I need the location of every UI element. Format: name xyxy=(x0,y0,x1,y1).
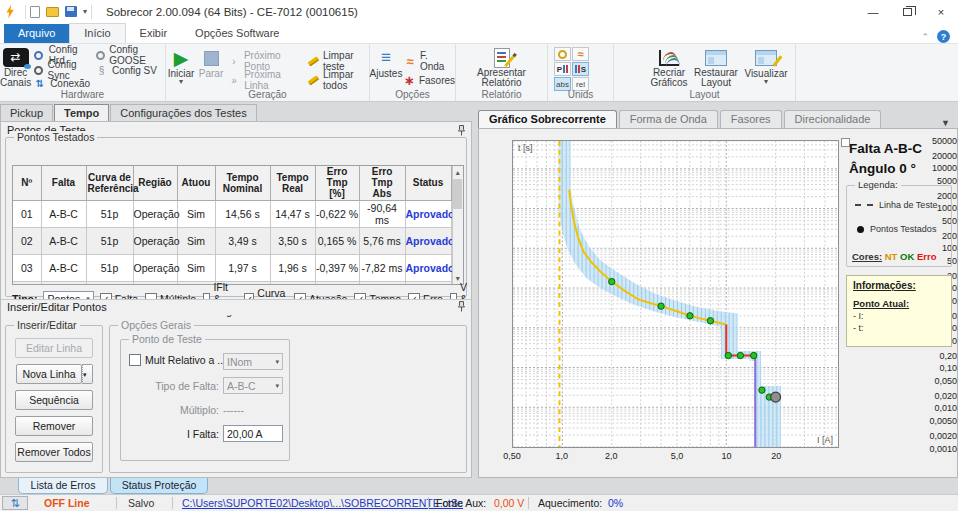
visualizar-button[interactable]: Visualizar▾ xyxy=(741,46,791,88)
column-header[interactable]: Status xyxy=(405,166,451,200)
table-cell[interactable]: Sim xyxy=(177,254,215,281)
chart-tabs-menu-icon[interactable]: ▼ xyxy=(941,118,958,128)
new-file-icon[interactable] xyxy=(30,6,40,18)
table-cell[interactable]: A-B-C xyxy=(41,227,86,254)
nova-linha-dropdown-icon[interactable]: ▾ xyxy=(82,364,93,384)
table-cell[interactable]: 02 xyxy=(13,227,41,254)
sync-button[interactable]: ⇅ xyxy=(2,496,28,510)
column-header[interactable]: Falta xyxy=(41,166,86,200)
table-row[interactable]: 01A-B-C51pOperaçãoSim14,56 s14,47 s-0,62… xyxy=(13,200,451,227)
forma-onda-button[interactable]: ≈F. Onda xyxy=(402,54,454,68)
table-cell[interactable]: -90,64 ms xyxy=(359,200,405,227)
tab-arquivo[interactable]: Arquivo xyxy=(4,24,69,43)
table-cell[interactable]: A-B-C xyxy=(41,281,86,285)
table-cell[interactable]: Operação xyxy=(133,200,177,227)
column-header[interactable]: Atuou xyxy=(177,166,215,200)
recriar-graficos-button[interactable]: Recriar Gráficos xyxy=(647,46,691,88)
remover-todos-button[interactable]: Remover Todos xyxy=(15,442,93,462)
proximo-ponto-button[interactable]: ›Próximo Ponto xyxy=(226,54,306,68)
table-cell[interactable]: -7,82 ms xyxy=(359,254,405,281)
tab-exibir[interactable]: Exibir xyxy=(126,24,182,43)
table-cell[interactable]: 14,56 s xyxy=(215,200,270,227)
mult-relativo-select[interactable]: INom▾ xyxy=(223,353,283,370)
table-cell[interactable]: Sim xyxy=(177,227,215,254)
table-cell[interactable]: 14,47 s xyxy=(270,200,315,227)
close-button[interactable]: × xyxy=(924,1,958,23)
config-sv-button[interactable]: §Config SV xyxy=(93,63,165,77)
proxima-linha-button[interactable]: »Próxima Linha xyxy=(226,73,306,87)
remover-button[interactable]: Remover xyxy=(15,416,93,436)
table-row[interactable]: 02A-B-C51pOperaçãoSim3,49 s3,50 s0,165 %… xyxy=(13,227,451,254)
table-row[interactable]: 03A-B-C51pOperaçãoSim1,97 s1,96 s-0,397 … xyxy=(13,254,451,281)
tab-fasores[interactable]: Fasores xyxy=(720,110,782,128)
table-cell[interactable]: 51p xyxy=(86,227,133,254)
tab-lista-erros[interactable]: Lista de Erros xyxy=(18,478,108,494)
collapse-ribbon-icon[interactable]: ⌃ xyxy=(921,32,929,42)
sequ-ncia-button[interactable]: Sequência xyxy=(15,390,93,410)
table-cell[interactable]: Operação xyxy=(133,254,177,281)
scroll-thumb[interactable] xyxy=(453,179,462,209)
tab-pickup[interactable]: Pickup xyxy=(0,104,53,121)
unids-s-button[interactable]: S xyxy=(572,62,589,76)
qat-dropdown-icon[interactable]: ▾ xyxy=(83,7,87,16)
tab-grafico-sobrecorrente[interactable]: Gráfico Sobrecorrente xyxy=(478,110,617,128)
tab-opcoes-software[interactable]: Opções Software xyxy=(181,24,293,43)
table-cell[interactable]: 0,165 % xyxy=(315,227,359,254)
tab-forma-de-onda[interactable]: Forma de Onda xyxy=(619,110,718,128)
column-header[interactable]: Tempo Real xyxy=(270,166,315,200)
ajustes-button[interactable]: ≡ Ajustes xyxy=(370,46,402,88)
ifalta-input[interactable]: 20,00 A xyxy=(223,425,283,442)
apresentar-relatorio-button[interactable]: Apresentar Relatório xyxy=(470,46,534,88)
open-file-icon[interactable] xyxy=(46,7,59,17)
minimize-button[interactable]: — xyxy=(856,1,890,23)
limpar-todos-button[interactable]: Limpar todos xyxy=(306,73,368,87)
tab-tempo[interactable]: Tempo xyxy=(54,104,109,121)
column-header[interactable]: Região xyxy=(133,166,177,200)
table-cell[interactable]: 04 xyxy=(13,281,41,285)
parar-button[interactable]: Parar xyxy=(196,46,226,88)
mult-relativo-checkbox[interactable] xyxy=(129,354,141,366)
config-sync-button[interactable]: Config Sync xyxy=(31,63,93,77)
iniciar-button[interactable]: ▶ Iniciar▾ xyxy=(166,46,196,88)
dock-pin-icon[interactable] xyxy=(457,125,466,136)
status-badge[interactable]: Aprovado xyxy=(405,227,451,254)
table-cell[interactable]: Operação xyxy=(133,227,177,254)
table-cell[interactable]: 01 xyxy=(13,200,41,227)
tab-inicio[interactable]: Início xyxy=(69,23,125,43)
unids-wave-button[interactable]: ≈ xyxy=(572,47,589,61)
limpar-teste-button[interactable]: Limpar teste xyxy=(306,54,368,68)
file-path-link[interactable]: C:\Users\SUPORTE02\Desktop\...\SOBRECORR… xyxy=(182,496,463,510)
help-icon[interactable]: ? xyxy=(937,30,950,43)
column-header[interactable]: Erro Tmp [%] xyxy=(315,166,359,200)
table-cell[interactable]: 51p xyxy=(86,254,133,281)
column-header[interactable]: Nº xyxy=(13,166,41,200)
status-badge[interactable]: Aprovado xyxy=(405,200,451,227)
nova-linha-button[interactable]: Nova Linha xyxy=(16,364,82,384)
table-cell[interactable]: A-B-C xyxy=(41,254,86,281)
save-file-icon[interactable] xyxy=(65,6,77,17)
table-cell[interactable]: 03 xyxy=(13,254,41,281)
table-cell[interactable]: A-B-C xyxy=(41,200,86,227)
scroll-up-icon[interactable]: ▲ xyxy=(454,166,461,178)
restaurar-layout-button[interactable]: Restaurar Layout xyxy=(691,46,741,88)
tab-status-protecao[interactable]: Status Proteção xyxy=(110,478,208,494)
table-scrollbar[interactable]: ▲ ▼ xyxy=(452,166,464,284)
table-cell[interactable]: 1,96 s xyxy=(270,254,315,281)
tab-configuracoes[interactable]: Configurações dos Testes xyxy=(110,104,256,121)
conexao-button[interactable]: ⇅Conexão xyxy=(31,78,93,89)
table-cell[interactable]: 3,50 s xyxy=(270,227,315,254)
restore-button[interactable] xyxy=(890,1,924,23)
tipo-falta-select[interactable]: A-B-C▾ xyxy=(223,377,283,394)
table-cell[interactable]: 3,49 s xyxy=(215,227,270,254)
direc-canais-button[interactable]: ⇄ Direc Canais xyxy=(0,46,31,88)
table-cell[interactable]: -0,622 % xyxy=(315,200,359,227)
overcurrent-plot[interactable] xyxy=(512,140,839,448)
dock-pin-icon-2[interactable] xyxy=(457,301,466,312)
table-cell[interactable]: 51p xyxy=(86,200,133,227)
unids-p-button[interactable]: P xyxy=(554,62,571,76)
unids-clock-button[interactable] xyxy=(554,47,571,61)
tab-direcionalidade[interactable]: Direcionalidade xyxy=(784,110,882,128)
fasores-button[interactable]: ∗Fasores xyxy=(402,73,454,87)
table-cell[interactable]: 5,76 ms xyxy=(359,227,405,254)
column-header[interactable]: Erro Tmp Abs xyxy=(359,166,405,200)
